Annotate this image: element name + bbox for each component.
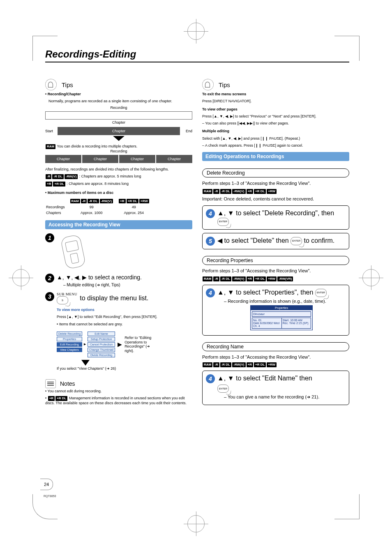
multi-edit-p1: Select with [▲, ▼, ◀, ▶] and press [❙❙ P… xyxy=(202,136,349,141)
chap-5min: -R-R DL-RW(V) : Chapters are approx. 5 m… xyxy=(45,174,192,179)
view-more-b: • Items that cannot be selected are grey… xyxy=(57,322,192,327)
menu-properties: Properties xyxy=(57,337,82,341)
menu-view-chapters: View Chapters xyxy=(57,348,82,352)
enter-button-icon: ENTER xyxy=(291,237,302,245)
tips-icon xyxy=(45,79,57,90)
max-items-heading: • Maximum numbers of items on a disc xyxy=(45,191,192,195)
view-more-p: Press [▲, ▼] to select "Edit Recording",… xyxy=(57,315,192,319)
accessing-bar: Accessing the Recording View xyxy=(45,220,192,229)
other-pages-heading: To view other pages xyxy=(202,107,349,112)
props-start: Start. 10:00 AM xyxy=(283,319,310,322)
props-ch: Ch. 4 xyxy=(253,325,281,327)
prop-badges: RAM-R-R DL-RW(V)+R+R DL+RW-RW(VR) xyxy=(202,276,349,281)
chapter-cell: Chapter xyxy=(156,155,192,163)
name-step4-sub: – You can give a name for the recording … xyxy=(224,394,346,400)
name-badges: RAM-R-R DL-RW(V)+R+R DL+RW xyxy=(202,362,349,367)
del-step5: ◀ to select "Delete" then ENTER to confi… xyxy=(217,237,346,245)
recording-label-2: Recording xyxy=(110,149,127,153)
s-button-icon: S xyxy=(57,296,68,304)
rec-chapter-heading: • Recording/Chapter xyxy=(45,92,192,97)
chapter-cell: Chapter xyxy=(119,155,155,163)
prop-step4-sub: – Recording information is shown (e.g., … xyxy=(224,299,346,304)
step-2-sub: – Multiple editing (➔ right, Tips) xyxy=(63,283,192,287)
step-2-text: ▲, ▼, ◀, ▶ to select a recording. xyxy=(57,274,192,281)
editing-ops-bar: Editing Operations to Recordings xyxy=(202,152,349,161)
after-finalizing: After finalizing, recordings are divided… xyxy=(45,167,192,172)
other-pages-p2: – You can also press [|◀◀, ▶▶|] to view … xyxy=(202,121,349,126)
del-step4: ▲, ▼ to select "Delete Recording", then … xyxy=(217,209,346,226)
del-badges: RAM-R-R DL-RW(V)+R+R DL+RW xyxy=(202,189,349,194)
notes-heading: Notes xyxy=(60,380,75,387)
name-step4: ▲, ▼ to select "Edit Name" then xyxy=(217,374,346,383)
delete-recording-pill: Delete Recording xyxy=(202,168,349,177)
recording-properties-pill: Recording Properties xyxy=(202,256,349,265)
enter-button-icon: ENTER xyxy=(315,289,327,297)
props-no: No. 01 xyxy=(253,319,281,322)
name-steps: Perform steps 1–3 of "Accessing the Reco… xyxy=(202,355,349,360)
step-2-number: 2 xyxy=(45,274,54,283)
multi-edit-heading: Multiple editing xyxy=(202,129,349,134)
step-4c-number: 4 xyxy=(206,374,215,383)
menu-divide-recording: Divide Recording xyxy=(88,353,115,357)
step-3-text: to display the menu list. xyxy=(80,294,148,303)
props-title: Properties xyxy=(251,306,312,310)
del-steps: Perform steps 1–3 of "Accessing the Reco… xyxy=(202,181,349,187)
view-more-heading: To view more options xyxy=(57,308,192,312)
exit-heading: To exit the menu screens xyxy=(202,92,349,97)
left-column: Tips • Recording/Chapter Normally, progr… xyxy=(45,79,192,408)
page-number: 24 xyxy=(40,479,53,490)
chapter-cell: Chapter xyxy=(45,155,81,163)
tips-heading: Tips xyxy=(62,81,73,88)
chapter-row: Chapter Chapter Chapter Chapter xyxy=(45,155,192,163)
exit-p: Press [DIRECT NAVIGATOR]. xyxy=(202,99,349,104)
if-view-chapters: If you select "View Chapters" (➔ 26) xyxy=(57,366,192,371)
rec-chapter-desc: Normally, programs are recorded as a sin… xyxy=(48,99,192,104)
menu-edit-name: Edit Name xyxy=(88,332,115,336)
menu-edit-recording: Edit Recording xyxy=(57,342,82,347)
note-1: • You cannot edit during recording. xyxy=(45,389,192,394)
props-name: Dinosaur xyxy=(252,311,311,317)
big-arrow-down-icon xyxy=(81,360,90,366)
recording-name-pill: Recording Name xyxy=(202,342,349,351)
menu-diagram: Delete Recording Properties Edit Recordi… xyxy=(57,332,115,357)
tips-heading: Tips xyxy=(219,81,230,88)
chapter-cell: Chapter xyxy=(82,155,118,163)
title-rule xyxy=(45,62,349,62)
menu-change-thumbnail: Change Thumbnail xyxy=(88,348,115,352)
step-1-number: 1 xyxy=(45,233,54,242)
menu-setup-protection: Setup Protection xyxy=(88,337,115,341)
menu-delete-recording: Delete Recording xyxy=(57,332,82,336)
arrow-down-icon xyxy=(113,136,125,141)
step-4-number: 4 xyxy=(206,209,215,218)
chapter-label: Chapter xyxy=(112,120,125,124)
note-2: • +R+R DL Management information is reco… xyxy=(45,396,192,405)
recording-label: Recording xyxy=(110,106,127,110)
refer-text: Refer to "Editing Operations to Recordin… xyxy=(125,336,153,353)
end-label: End xyxy=(180,129,192,133)
enter-button-icon: ENTER xyxy=(217,218,229,226)
page-title: Recordings-Editing xyxy=(45,48,349,60)
notes-icon xyxy=(45,379,56,388)
properties-panel: Properties Dinosaur No. 01 Date 6/20/200… xyxy=(250,305,313,330)
footer-code: RQT8850 xyxy=(44,495,56,497)
other-pages-p1: Press [▲, ▼, ◀, ▶] to select "Previous" … xyxy=(202,114,349,119)
step-4b-number: 4 xyxy=(206,288,215,297)
page-number-tab: 24 xyxy=(40,479,53,490)
max-items-table: RAM-R-R DL-RW(V) +R+R DL+RW Recordings99… xyxy=(45,198,154,216)
recording-bar xyxy=(45,111,192,120)
props-date: Date 6/20/2002 Wed xyxy=(253,322,281,325)
step-3-number: 3 xyxy=(45,292,54,301)
del-important: Important: Once deleted, contents cannot… xyxy=(202,196,349,202)
prop-steps: Perform steps 1–3 of "Accessing the Reco… xyxy=(202,268,349,274)
start-label: Start xyxy=(45,129,58,133)
menu-cancel-protection: Cancel Protection xyxy=(88,342,115,347)
submenu-label: SUB MENU xyxy=(57,292,77,296)
right-column: Tips To exit the menu screens Press [DIR… xyxy=(202,79,349,408)
enter-button-icon: ENTER xyxy=(217,385,229,393)
multi-edit-p2: – A check mark appears. Press [❙❙ PAUSE]… xyxy=(202,143,349,148)
chap-8min: +R+R DL : Chapters are approx. 8 minutes… xyxy=(45,182,192,187)
remote-icon xyxy=(60,234,86,269)
prop-step4: ▲, ▼ to select "Properties", then ENTER xyxy=(217,288,346,297)
single-chapter-box: Chapter xyxy=(58,127,180,135)
props-rectime: Rec. Time 2:15 (SP) xyxy=(283,322,310,325)
